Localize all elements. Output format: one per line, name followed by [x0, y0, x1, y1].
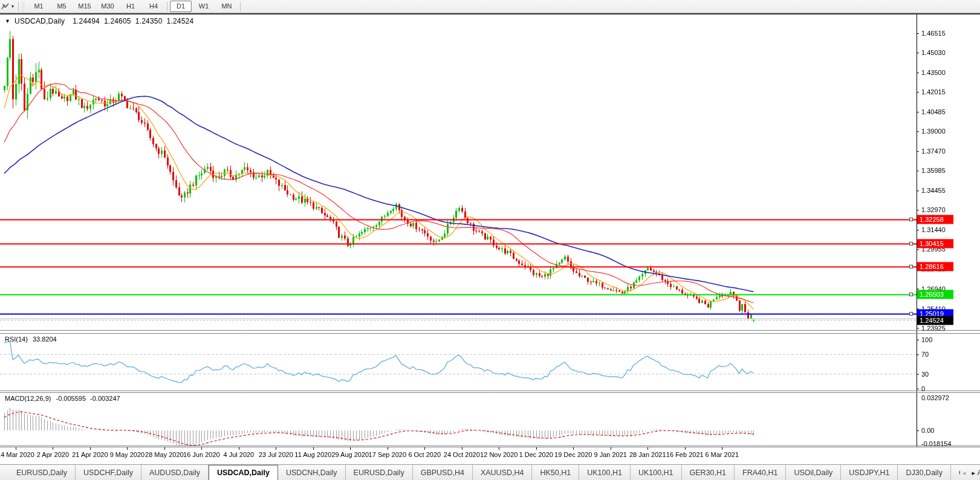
toolbar-separator [240, 2, 241, 11]
date-axis-label: 17 Sep 2020 [369, 451, 406, 458]
date-axis-label: 29 Aug 2020 [331, 451, 369, 458]
price-axis-tick: 1.32970 [921, 206, 946, 213]
price-axis-tick: 1.34455 [921, 187, 946, 194]
timeframe-button-m5[interactable]: M5 [51, 1, 73, 12]
toolbar-separator [167, 2, 167, 11]
timeframe-button-h1[interactable]: H1 [120, 1, 141, 12]
rsi-axis-tick: 100 [921, 336, 932, 343]
price-line-badge: 1.26503 [917, 290, 953, 299]
chart-tab-usoil-daily[interactable]: USOil,Daily [786, 465, 841, 480]
chart-tab-audusd-daily[interactable]: AUDUSD,Daily [141, 465, 209, 480]
chart-tab-usdcad-daily[interactable]: USDCAD,Daily [209, 465, 278, 480]
timeframe-button-m30[interactable]: M30 [97, 1, 118, 12]
timeframe-buttons: M1M5M15M30H1H4D1W1MN [27, 1, 238, 12]
chart-tabs: EURUSD,DailyUSDCHF,DailyAUDUSD,DailyUSDC… [8, 465, 980, 480]
price-line-badge: 1.30415 [917, 239, 953, 248]
date-axis-label: 14 Mar 2020 [0, 451, 34, 458]
timeframe-button-m1[interactable]: M1 [28, 1, 50, 12]
timeframe-toolbar: ▾ M1M5M15M30H1H4D1W1MN [0, 0, 980, 13]
chart-tab-xauusd-h4[interactable]: XAUUSD,H4 [473, 465, 533, 480]
macd-axis-tick: -0.018154 [921, 440, 952, 447]
chart-symbol-period: USDCAD,Daily [15, 17, 65, 25]
chevron-down-icon: ▾ [11, 4, 14, 9]
toolbar-separator [18, 2, 19, 11]
chart-tab-eurusd-daily[interactable]: EURUSD,Daily [8, 465, 76, 480]
rsi-name: RSI(14) [5, 336, 28, 343]
date-axis-label: 9 May 2020 [110, 451, 144, 458]
price-axis-tick: 1.40485 [921, 108, 946, 115]
chart-tab-usdchf-daily[interactable]: USDCHF,Daily [76, 465, 141, 480]
toolbar-divider [0, 13, 980, 15]
date-axis-label: 12 Nov 2020 [480, 451, 518, 458]
timeframe-button-w1[interactable]: W1 [193, 1, 215, 12]
tab-scroll-arrows: ◂ ▸ [960, 465, 978, 480]
price-axis-tick: 1.35985 [921, 167, 946, 174]
chart-tab-dj30-daily[interactable]: DJ30,Daily [898, 465, 950, 480]
rsi-label: RSI(14) 33.8204 [5, 336, 57, 343]
chart-title: ▼ USDCAD,Daily 1.24494 1.24605 1.24350 1… [5, 17, 193, 25]
price-line-badge: 1.24524 [917, 316, 953, 325]
price-axis-tick: 1.31440 [921, 226, 946, 233]
rsi-axis-tick: 30 [921, 371, 929, 378]
price-axis-tick: 1.43500 [921, 69, 946, 76]
macd-signal-value: -0.003247 [90, 395, 120, 402]
chart-tab-uk100-h1[interactable]: UK100,H1 [631, 465, 682, 480]
rsi-axis-tick: 0 [921, 385, 925, 392]
date-axis-label: 28 Jan 2021 [629, 451, 666, 458]
date-axis-label: 4 Jul 2020 [223, 451, 254, 458]
date-axis-label: 6 Mar 2021 [705, 451, 739, 458]
price-chart-canvas[interactable] [0, 0, 980, 480]
timeframe-button-d1[interactable]: D1 [170, 1, 192, 12]
date-axis-label: 2 Apr 2020 [37, 451, 69, 458]
cursor-chart-icon [1, 2, 10, 10]
timeframe-button-m15[interactable]: M15 [74, 1, 96, 12]
chart-tab-usdcnh-daily[interactable]: USDCNH,Daily [278, 465, 346, 480]
chart-tools-button[interactable]: ▾ [0, 1, 16, 12]
date-axis-label: 21 Apr 2020 [72, 451, 108, 458]
date-axis-label: 19 Dec 2020 [554, 451, 592, 458]
toolbar-grip-handle[interactable] [22, 2, 25, 11]
rsi-axis-tick: 70 [921, 351, 929, 358]
price-axis-tick: 1.45030 [921, 49, 946, 56]
chart-tab-gbpusd-h4[interactable]: GBPUSD,H4 [413, 465, 473, 480]
tab-scroll-right-icon[interactable]: ▸ [972, 469, 975, 477]
macd-main-value: -0.005595 [56, 395, 86, 402]
date-axis-label: 9 Jan 2021 [594, 451, 627, 458]
price-axis-tick: 1.23925 [921, 325, 946, 332]
chart-tab-usdjpy-h1[interactable]: USDJPY,H1 [841, 465, 898, 480]
timeframe-button-mn[interactable]: MN [216, 1, 238, 12]
timeframe-button-h4[interactable]: H4 [143, 1, 164, 12]
price-axis-tick: 1.46515 [921, 30, 946, 37]
ohlc-low: 1.24350 [135, 17, 163, 25]
date-axis-label: 16 Jun 2020 [183, 451, 220, 458]
tab-scroll-left-icon[interactable]: ◂ [962, 469, 966, 477]
price-axis-tick: 1.39000 [921, 128, 946, 135]
rsi-value: 33.8204 [33, 336, 57, 343]
chart-tab-bar: EURUSD,DailyUSDCHF,DailyAUDUSD,DailyUSDC… [0, 464, 980, 480]
macd-axis-tick: 0.032972 [921, 394, 949, 401]
date-axis-label: 28 May 2020 [145, 451, 184, 458]
chart-tab-ger30-h1[interactable]: GER30,H1 [682, 465, 735, 480]
date-axis-label: 1 Dec 2020 [519, 451, 553, 458]
ohlc-high: 1.24605 [104, 17, 131, 25]
macd-label: MACD(12,26,9) -0.005595 -0.003247 [5, 395, 120, 402]
date-axis-label: 6 Oct 2020 [408, 451, 441, 458]
chart-tab-eurusd-daily[interactable]: EURUSD,Daily [346, 465, 413, 480]
chart-tab-hk50-h1[interactable]: HK50,H1 [532, 465, 579, 480]
macd-name: MACD(12,26,9) [5, 395, 51, 402]
chart-tab-uk100-h1[interactable]: UK100,H1 [579, 465, 631, 480]
date-axis-label: 11 Aug 2020 [294, 451, 331, 458]
date-axis-label: 23 Jul 2020 [259, 451, 293, 458]
ohlc-close: 1.24524 [167, 17, 194, 25]
price-line-badge: 1.32258 [917, 215, 953, 224]
price-axis-tick: 1.42015 [921, 88, 946, 96]
macd-axis-tick: 0.00 [921, 427, 934, 434]
price-axis-tick: 1.37470 [921, 148, 946, 155]
chart-tab-fra40-h1[interactable]: FRA40,H1 [735, 465, 786, 480]
price-line-badge: 1.28616 [917, 262, 953, 271]
ohlc-open: 1.24494 [73, 17, 100, 25]
date-axis-label: 24 Oct 2020 [444, 451, 480, 458]
collapse-objects-icon[interactable]: ▼ [5, 18, 10, 24]
date-axis-label: 16 Feb 2021 [666, 451, 704, 458]
